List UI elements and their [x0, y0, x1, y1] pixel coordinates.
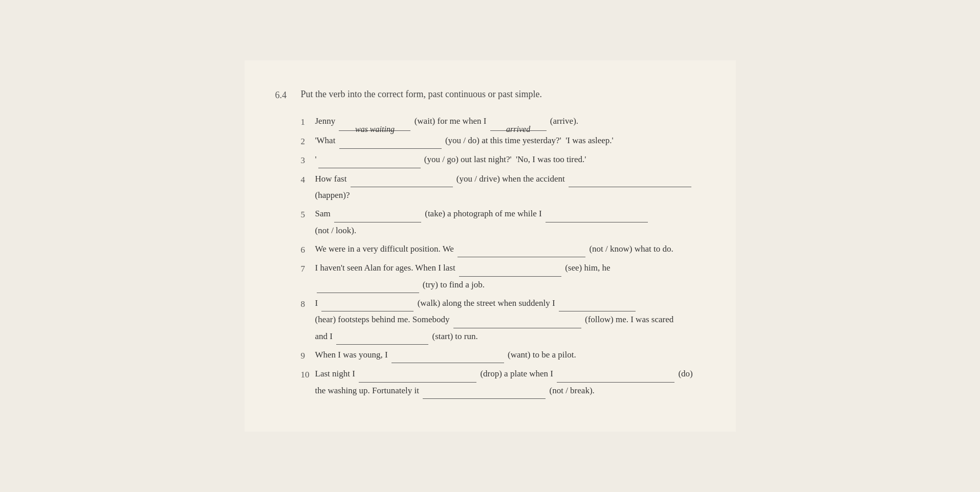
- list-item: 6 We were in a very difficult position. …: [301, 241, 705, 258]
- answer-blank: [423, 390, 546, 399]
- exercise-number: 6.4: [275, 86, 301, 104]
- list-item: 3 ' (you / go) out last night?' 'No, I w…: [301, 151, 705, 168]
- item-content: I (walk) along the street when suddenly …: [315, 295, 705, 345]
- item-number: 10: [301, 366, 315, 383]
- answer-blank: [459, 267, 561, 277]
- item-content: 'What (you / do) at this time yesterday?…: [315, 132, 705, 149]
- item-number: 3: [301, 151, 315, 168]
- answer-blank: [391, 354, 504, 363]
- item-number: 2: [301, 132, 315, 149]
- answer-blank: [317, 284, 419, 293]
- list-item: 7 I haven't seen Alan for ages. When I l…: [301, 260, 705, 293]
- answer-blank: [359, 373, 476, 383]
- answer-blank: [334, 213, 421, 222]
- answer-blank: [351, 178, 453, 187]
- answer-blank: [336, 336, 428, 345]
- answer-blank: [559, 302, 636, 311]
- answer-blank: [569, 178, 691, 187]
- item-number: 9: [301, 347, 315, 364]
- item-content: When I was young, I (want) to be a pilot…: [315, 347, 705, 363]
- answer-blank: [339, 140, 442, 149]
- answer-blank: [546, 213, 648, 222]
- item-content: How fast (you / drive) when the accident…: [315, 171, 705, 204]
- item-number: 6: [301, 241, 315, 258]
- list-item: 8 I (walk) along the street when suddenl…: [301, 295, 705, 345]
- answer-blank: [453, 319, 581, 328]
- list-item: 9 When I was young, I (want) to be a pil…: [301, 347, 705, 364]
- item-content: Jenny was waiting (wait) for me when I a…: [315, 113, 705, 129]
- list-item: 4 How fast (you / drive) when the accide…: [301, 171, 705, 204]
- item-number: 8: [301, 295, 315, 312]
- answer-blank: was waiting: [339, 122, 410, 131]
- answer-blank: [557, 373, 674, 383]
- answer-blank: arrived: [490, 122, 547, 131]
- list-item: 1 Jenny was waiting (wait) for me when I…: [301, 113, 705, 130]
- list-item: 10 Last night I (drop) a plate when I (d…: [301, 366, 705, 399]
- item-content: Sam (take) a photograph of me while I (n…: [315, 206, 705, 239]
- exercise-instruction: Put the verb into the correct form, past…: [301, 86, 542, 103]
- exercise-page: 6.4 Put the verb into the correct form, …: [245, 60, 736, 432]
- items-container: 1 Jenny was waiting (wait) for me when I…: [301, 113, 705, 398]
- item-content: Last night I (drop) a plate when I (do) …: [315, 366, 705, 399]
- list-item: 2 'What (you / do) at this time yesterda…: [301, 132, 705, 149]
- item-content: I haven't seen Alan for ages. When I las…: [315, 260, 705, 293]
- list-item: 5 Sam (take) a photograph of me while I …: [301, 206, 705, 239]
- item-content: ' (you / go) out last night?' 'No, I was…: [315, 151, 705, 168]
- answer-blank: [458, 248, 585, 257]
- exercise-header: 6.4 Put the verb into the correct form, …: [275, 86, 705, 104]
- item-number: 1: [301, 113, 315, 130]
- item-number: 4: [301, 171, 315, 188]
- answer-blank: [318, 159, 421, 168]
- answer-blank: [321, 302, 413, 311]
- item-content: We were in a very difficult position. We…: [315, 241, 705, 257]
- item-number: 5: [301, 206, 315, 222]
- item-number: 7: [301, 260, 315, 277]
